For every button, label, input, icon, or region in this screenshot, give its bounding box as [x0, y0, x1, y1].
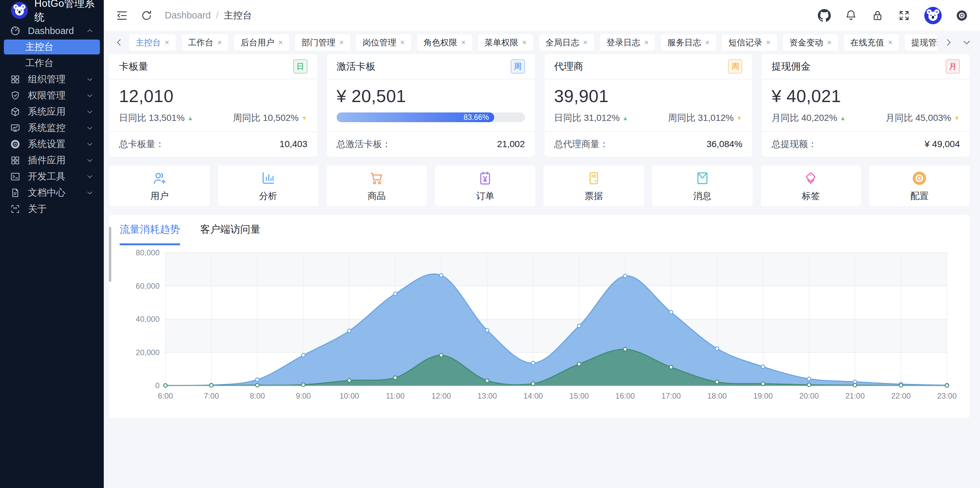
shortcut-商品[interactable]: 商品 — [326, 166, 427, 206]
chevron-up-icon — [86, 27, 94, 35]
chart-tab-流量消耗趋势[interactable]: 流量消耗趋势 — [120, 223, 180, 245]
tab-item-主控台[interactable]: 主控台× — [129, 34, 176, 51]
tab-item-工作台[interactable]: 工作台× — [181, 34, 228, 51]
sidebar-item-关于[interactable]: 关于 — [4, 201, 100, 217]
scrollbar-thumb[interactable] — [109, 227, 111, 282]
tab-close-icon[interactable]: × — [278, 38, 283, 47]
sidebar-subitem-主控台[interactable]: 主控台 — [4, 40, 100, 54]
apps-icon — [10, 155, 21, 166]
stat-card-title: 代理商 — [554, 60, 583, 73]
sidebar-subitem-label: 主控台 — [25, 41, 54, 54]
tab-item-服务日志[interactable]: 服务日志× — [661, 34, 716, 51]
chart-tab-客户端访问量[interactable]: 客户端访问量 — [200, 223, 260, 245]
bar-chart-icon — [260, 170, 277, 187]
sidebar-item-label: Dashboard — [28, 25, 74, 36]
tab-item-短信记录[interactable]: 短信记录× — [722, 34, 777, 51]
stat-footer-value: 36,084% — [706, 139, 743, 149]
tab-close-icon[interactable]: × — [461, 38, 466, 47]
shortcut-订单[interactable]: 订单 — [435, 166, 535, 206]
sidebar-item-开发工具[interactable]: 开发工具 — [4, 169, 100, 184]
tabs-scroll-right-icon[interactable] — [943, 37, 954, 48]
stat-metric-text: 日同比 13,501% — [119, 113, 185, 123]
shortcut-label: 消息 — [693, 190, 711, 202]
github-icon[interactable] — [818, 9, 831, 22]
shortcut-票据[interactable]: 票据 — [544, 166, 644, 206]
shortcut-分析[interactable]: 分析 — [218, 166, 318, 206]
tab-close-icon[interactable]: × — [583, 38, 588, 47]
sidebar-item-组织管理[interactable]: 组织管理 — [4, 72, 100, 87]
svg-text:22:00: 22:00 — [891, 391, 911, 400]
gear-icon[interactable] — [955, 9, 968, 22]
breadcrumb-root[interactable]: Dashboard — [165, 10, 211, 21]
tabs-list: 主控台×工作台×后台用户×部门管理×岗位管理×角色权限×菜单权限×全局日志×登录… — [129, 34, 937, 51]
tab-item-提现管理[interactable]: 提现管理× — [905, 34, 937, 51]
tab-close-icon[interactable]: × — [766, 38, 770, 47]
tab-item-登录日志[interactable]: 登录日志× — [600, 34, 655, 51]
tab-close-icon[interactable]: × — [217, 38, 222, 47]
sidebar-item-系统设置[interactable]: 系统设置 — [4, 137, 100, 152]
avatar[interactable] — [924, 7, 942, 24]
shortcut-配置[interactable]: 配置 — [869, 166, 970, 206]
sidebar-item-系统监控[interactable]: 系统监控 — [4, 120, 100, 135]
tab-close-icon[interactable]: × — [888, 38, 892, 47]
svg-text:8:00: 8:00 — [250, 391, 265, 400]
stat-cards-row: 卡板量日12,010日同比 13,501%▲周同比 10,502%▼总卡板量：1… — [109, 54, 970, 157]
tab-item-部门管理[interactable]: 部门管理× — [295, 34, 350, 51]
tab-label: 全局日志 — [546, 37, 579, 48]
sidebar-subitem-工作台[interactable]: 工作台 — [4, 56, 100, 71]
tab-item-岗位管理[interactable]: 岗位管理× — [356, 34, 411, 51]
sidebar-item-系统应用[interactable]: 系统应用 — [4, 105, 100, 119]
gear-icon — [10, 139, 21, 150]
stat-footer-label: 总提现额： — [772, 138, 817, 151]
tab-close-icon[interactable]: × — [705, 38, 710, 47]
tab-close-icon[interactable]: × — [644, 38, 649, 47]
lock-icon[interactable] — [871, 9, 884, 22]
breadcrumb-current: 主控台 — [224, 9, 252, 22]
svg-text:14:00: 14:00 — [523, 391, 543, 400]
fullscreen-icon[interactable] — [897, 9, 911, 22]
tab-item-资金变动[interactable]: 资金变动× — [783, 34, 838, 51]
bell-icon[interactable] — [845, 9, 858, 22]
tab-close-icon[interactable]: × — [400, 38, 405, 47]
tab-close-icon[interactable]: × — [827, 38, 832, 47]
svg-text:0: 0 — [155, 381, 159, 390]
chart-card: 流量消耗趋势客户端访问量 020,00040,00060,00080,0006:… — [109, 215, 970, 418]
progress-bar: 83.66% — [337, 112, 525, 122]
stat-card-title: 卡板量 — [119, 60, 148, 73]
tab-item-在线充值[interactable]: 在线充值× — [844, 34, 899, 51]
sidebar-item-权限管理[interactable]: 权限管理 — [4, 88, 100, 103]
tabs-dropdown-icon[interactable] — [961, 37, 972, 48]
terminal-icon — [10, 171, 21, 182]
shortcut-标签[interactable]: 标签 — [761, 166, 861, 206]
tabs-scroll-left-icon[interactable] — [113, 37, 124, 48]
sidebar-item-Dashboard[interactable]: Dashboard — [4, 23, 100, 38]
tab-close-icon[interactable]: × — [339, 38, 344, 47]
stat-metric: 日同比 13,501%▲ — [119, 112, 193, 124]
stat-card-body: ¥ 20,50183.66% — [327, 79, 535, 131]
refresh-icon[interactable] — [140, 9, 153, 22]
tab-label: 角色权限 — [423, 37, 457, 48]
tab-close-icon[interactable]: × — [165, 38, 169, 47]
chevron-down-icon — [86, 173, 94, 181]
shortcut-用户[interactable]: 用户 — [109, 166, 210, 206]
stat-card-header: 提现佣金月 — [762, 54, 970, 79]
stat-metric-text: 月同比 45,003% — [886, 113, 951, 123]
svg-text:9:00: 9:00 — [296, 391, 311, 400]
shortcut-消息[interactable]: 消息 — [652, 166, 752, 206]
tab-item-全局日志[interactable]: 全局日志× — [539, 34, 594, 51]
sidebar-item-插件应用[interactable]: 插件应用 — [4, 153, 100, 168]
chart-tabs: 流量消耗趋势客户端访问量 — [120, 223, 260, 245]
stat-footer-value: 21,002 — [497, 139, 525, 149]
stat-metric-text: 月同比 40,202% — [772, 113, 837, 123]
tab-label: 提现管理 — [911, 37, 937, 48]
period-badge: 月 — [946, 59, 960, 74]
sidebar-item-文档中心[interactable]: 文档中心 — [4, 185, 100, 200]
tab-item-菜单权限[interactable]: 菜单权限× — [478, 34, 533, 51]
menu-collapse-icon[interactable] — [115, 9, 129, 22]
tab-item-角色权限[interactable]: 角色权限× — [417, 34, 472, 51]
sidebar-item-label: 系统设置 — [28, 138, 65, 151]
tab-item-后台用户[interactable]: 后台用户× — [234, 34, 289, 51]
tab-close-icon[interactable]: × — [522, 38, 527, 47]
sidebar-item-label: 开发工具 — [28, 170, 65, 183]
stat-metric-text: 周同比 31,012% — [668, 113, 733, 123]
